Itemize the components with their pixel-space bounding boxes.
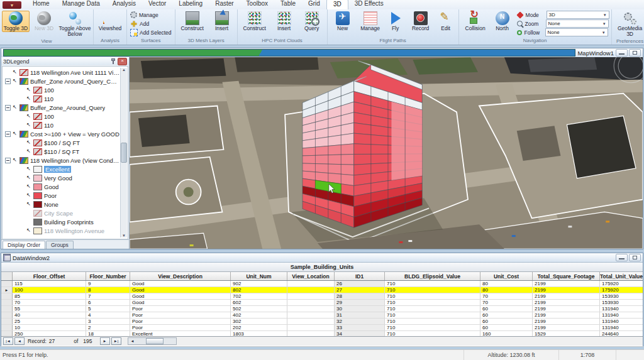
scrollbar-thumb[interactable]	[121, 143, 127, 163]
tree-expand-toggle[interactable]	[5, 131, 11, 137]
tree-expand-toggle[interactable]	[5, 158, 11, 163]
surfaces-manage-button[interactable]: Manage	[129, 11, 173, 19]
legend-tab[interactable]: Groups	[46, 241, 74, 249]
ribbon-tab[interactable]: 3D Effects	[348, 0, 390, 9]
last-record-button[interactable]: ►|	[111, 337, 121, 345]
legend-item[interactable]: 110	[4, 94, 120, 103]
hpc-query-button[interactable]: Query	[299, 11, 325, 32]
row-selector[interactable]	[1, 306, 13, 312]
row-selector[interactable]	[1, 319, 13, 324]
collision-button[interactable]: Collision	[461, 11, 490, 32]
row-selector[interactable]	[1, 312, 13, 318]
toggle-3d-button[interactable]: Toggle 3D	[2, 11, 30, 32]
table-row[interactable]: 115 9 Good 902 26 710 80 2199 175920	[1, 281, 643, 287]
legend-item[interactable]: None	[4, 200, 120, 209]
flight-fly-button[interactable]: Fly	[385, 11, 406, 32]
row-selector[interactable]	[1, 325, 13, 330]
column-header-floor-offset[interactable]: Floor_Offset	[13, 272, 86, 280]
table-row[interactable]: 55 5 Poor 502 30 710 60 2199 131940	[1, 306, 643, 312]
ribbon-tab[interactable]: Manage Data	[56, 0, 106, 9]
previous-record-button[interactable]: ◄	[14, 337, 25, 345]
legend-item[interactable]: $100 / SQ FT	[4, 138, 120, 147]
legend-item[interactable]: 110	[4, 121, 120, 129]
map-3d-view[interactable]	[130, 57, 643, 249]
ribbon-tab[interactable]: Raster	[209, 0, 240, 9]
map-window-titlebar[interactable]: MapWindow1	[1, 48, 643, 58]
scroll-up-icon[interactable]: ▲	[122, 68, 126, 72]
legend-item[interactable]: $110 / SQ FT	[4, 147, 120, 156]
legend-item[interactable]: Building Footprints	[4, 217, 120, 226]
table-row[interactable]: 25 3 Poor 302 32 710 60 2199 131940	[1, 319, 643, 325]
legend-item[interactable]: Excellent	[4, 165, 120, 173]
legend-item[interactable]: 100	[4, 85, 120, 94]
table-row[interactable]: 85 7 Good 702 28 710 70 2199 153930	[1, 293, 643, 300]
column-header-view-description[interactable]: View_Description	[130, 272, 231, 280]
mesh-insert-button[interactable]: Insert	[209, 11, 235, 32]
scroll-down-icon[interactable]: ▼	[122, 234, 126, 237]
minimize-button[interactable]	[616, 254, 628, 261]
surfaces-add-button[interactable]: Add	[129, 19, 173, 28]
legend-item[interactable]: 100	[4, 112, 120, 121]
mode-select[interactable]: 3D▼	[547, 11, 609, 19]
tree-expand-toggle[interactable]	[5, 79, 11, 84]
legend-item[interactable]: Poor	[4, 191, 120, 200]
new-3d-button[interactable]: New 3D	[31, 11, 57, 32]
ribbon-tab[interactable]: Table	[274, 0, 302, 9]
ribbon-tab[interactable]: 3D	[326, 0, 348, 9]
legend-item[interactable]: 118 Wellington Ave Unit 1111 View Point	[4, 68, 120, 77]
column-header-unit-cost[interactable]: Unit_Cost	[480, 272, 533, 280]
scroll-left-icon[interactable]: ◄	[128, 338, 137, 344]
table-row[interactable]: 40 4 Poor 402 31 710 60 2199 131940	[1, 312, 643, 319]
data-window-titlebar[interactable]: DataWindow2	[1, 253, 643, 263]
legend-item[interactable]: 118 Wellington Ave (View Conditions)	[4, 156, 120, 165]
legend-item[interactable]: Buffer_Zone_Around_Query	[4, 103, 120, 112]
pin-icon[interactable]	[111, 58, 116, 64]
row-selector[interactable]	[1, 300, 13, 305]
table-row[interactable]: 10 2 Poor 202 33 710 60 2199 131940	[1, 325, 643, 331]
zoom-select[interactable]: None▼	[546, 19, 609, 28]
maximize-button[interactable]	[629, 254, 641, 261]
toggle-above-below-button[interactable]: Toggle Above Below	[58, 11, 91, 38]
hpc-construct-button[interactable]: Construct	[240, 11, 270, 32]
first-record-button[interactable]: |◄	[3, 337, 13, 345]
tree-expand-toggle[interactable]	[5, 105, 11, 111]
column-header-id1[interactable]: ID1	[335, 272, 385, 280]
ribbon-tab[interactable]: Analysis	[106, 0, 142, 9]
ribbon-tab[interactable]: Labeling	[172, 0, 209, 9]
column-header-unit-num[interactable]: Unit_Num	[231, 272, 287, 280]
legend-item[interactable]: Cost >=100 + View = Very GOOD	[4, 129, 120, 138]
row-selector[interactable]	[1, 281, 13, 286]
scrollbar-thumb[interactable]	[146, 338, 164, 344]
legend-tab[interactable]: Display Order	[3, 241, 45, 249]
flight-edit-button[interactable]: Edit	[435, 11, 457, 32]
north-button[interactable]: North	[491, 11, 514, 32]
column-header-total-unit-value[interactable]: Total_Unit_Value	[600, 272, 643, 280]
surfaces-add-selected-button[interactable]: Add Selected	[129, 28, 173, 36]
column-header-floor-number[interactable]: Floor_Number	[86, 272, 130, 280]
legend-item[interactable]: 118 Wellington Avenue	[4, 226, 120, 235]
legend-item[interactable]: Good	[4, 182, 120, 191]
close-icon[interactable]: ×	[118, 58, 127, 65]
row-selector[interactable]	[1, 293, 13, 299]
next-record-button[interactable]: ►	[100, 337, 110, 345]
legend-item[interactable]: Very Good	[4, 173, 120, 182]
column-header-total-square-footage[interactable]: Total_Square_Footage	[533, 272, 600, 280]
ribbon-tab[interactable]: Grid	[302, 0, 326, 9]
mesh-construct-button[interactable]: Construct	[177, 11, 208, 32]
viewshed-button[interactable]: Viewshed	[96, 11, 125, 32]
table-row[interactable]: 70 6 Good 602 29 710 70 2199 153930	[1, 300, 643, 306]
legend-scrollbar[interactable]: ▲ ▼	[120, 68, 127, 237]
maximize-button[interactable]	[629, 49, 641, 57]
follow-select[interactable]: None▼	[545, 28, 608, 36]
horizontal-scrollbar[interactable]: ◄	[128, 337, 177, 345]
ribbon-tab[interactable]: Toolbox	[240, 0, 274, 9]
column-header-bldg-elipsoid-value[interactable]: BLDG_Elipsoid_Value	[385, 272, 480, 280]
minimize-button[interactable]	[616, 49, 628, 57]
column-header-view-location[interactable]: View_Location	[287, 272, 335, 280]
legend-item[interactable]: City Scape	[4, 209, 120, 217]
application-menu-button[interactable]: ▼	[3, 1, 21, 9]
geomedia-3d-preferences-button[interactable]: GeoMedia 3D	[614, 11, 644, 38]
ribbon-tab[interactable]: Home	[26, 0, 56, 9]
hpc-insert-button[interactable]: Insert	[271, 11, 297, 32]
flight-record-button[interactable]: Record	[408, 11, 434, 32]
